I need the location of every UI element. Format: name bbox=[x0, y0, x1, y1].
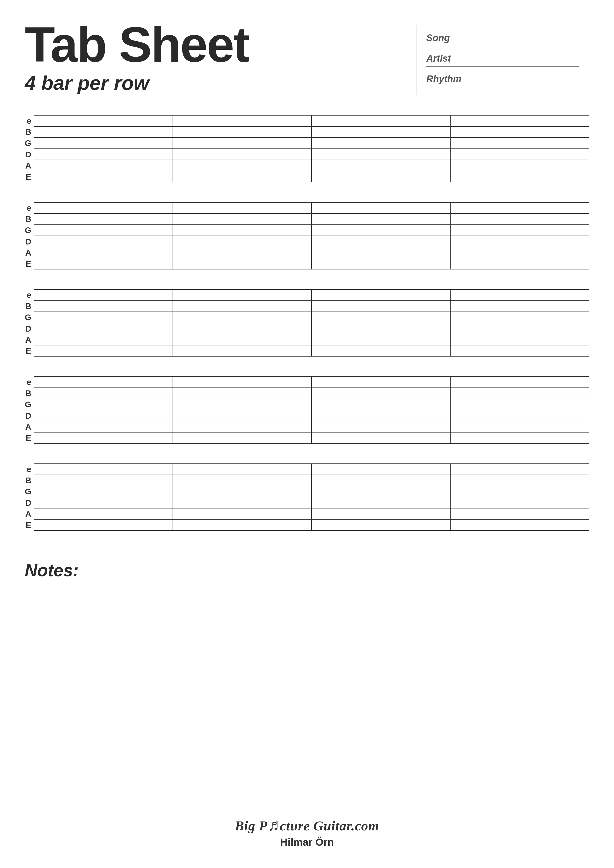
cell-bar1-stringB-row5 bbox=[34, 475, 173, 486]
staff-grid-3 bbox=[34, 289, 589, 356]
cell-bar4-stringe-row1 bbox=[451, 116, 589, 126]
cell-bar1-stringG-row1 bbox=[34, 138, 173, 149]
staff-string-D-row3 bbox=[34, 323, 589, 334]
string-label-E-row2: E bbox=[25, 258, 31, 270]
string-label-A-row3: A bbox=[25, 334, 31, 345]
cell-bar4-stringB-row4 bbox=[451, 388, 589, 398]
string-label-e-row2: e bbox=[25, 202, 31, 213]
tab-staff-5: eBGDAE bbox=[25, 463, 589, 531]
staff-grid-4 bbox=[34, 377, 589, 444]
cell-bar4-stringe-row4 bbox=[451, 377, 589, 388]
artist-field: Artist bbox=[426, 53, 579, 67]
string-label-e-row5: e bbox=[25, 463, 31, 474]
staff-string-E-row5 bbox=[34, 519, 589, 531]
staff-string-E-row3 bbox=[34, 346, 589, 356]
staff-rows-5: eBGDAE bbox=[25, 463, 589, 531]
string-label-D-row5: D bbox=[25, 497, 31, 508]
cell-bar3-stringe-row1 bbox=[312, 116, 450, 126]
cell-bar2-stringB-row4 bbox=[173, 388, 312, 398]
staff-string-e-row5 bbox=[34, 464, 589, 475]
string-label-B-row3: B bbox=[25, 301, 31, 312]
cell-bar4-stringE-row5 bbox=[451, 519, 589, 530]
string-labels-5: eBGDAE bbox=[25, 463, 34, 531]
staff-string-e-row2 bbox=[34, 203, 589, 214]
cell-bar4-stringD-row4 bbox=[451, 410, 589, 421]
cell-bar1-stringA-row4 bbox=[34, 422, 173, 432]
cell-bar2-stringB-row5 bbox=[173, 475, 312, 486]
cell-bar3-stringE-row1 bbox=[312, 171, 450, 182]
cell-bar2-stringG-row2 bbox=[173, 225, 312, 236]
string-label-A-row5: A bbox=[25, 508, 31, 519]
cell-bar3-stringD-row4 bbox=[312, 410, 450, 421]
cell-bar1-stringD-row2 bbox=[34, 236, 173, 247]
cell-bar3-stringB-row5 bbox=[312, 475, 450, 486]
cell-bar1-stringE-row1 bbox=[34, 171, 173, 182]
staff-string-G-row2 bbox=[34, 225, 589, 236]
cell-bar2-stringA-row2 bbox=[173, 247, 312, 258]
staff-string-D-row2 bbox=[34, 236, 589, 247]
string-labels-2: eBGDAE bbox=[25, 202, 34, 270]
cell-bar3-stringB-row2 bbox=[312, 214, 450, 225]
cell-bar2-stringG-row3 bbox=[173, 312, 312, 322]
cell-bar2-stringe-row4 bbox=[173, 377, 312, 388]
cell-bar3-stringB-row1 bbox=[312, 127, 450, 137]
footer-author: Hilmar Örn bbox=[280, 836, 334, 848]
cell-bar3-stringD-row5 bbox=[312, 498, 450, 508]
staff-rows-4: eBGDAE bbox=[25, 377, 589, 444]
cell-bar1-stringA-row2 bbox=[34, 247, 173, 258]
tab-section: eBGDAEeBGDAEeBGDAEeBGDAEeBGDAE bbox=[25, 115, 589, 531]
string-label-E-row4: E bbox=[25, 432, 31, 444]
cell-bar1-stringG-row2 bbox=[34, 225, 173, 236]
string-labels-4: eBGDAE bbox=[25, 377, 34, 444]
string-label-e-row3: e bbox=[25, 289, 31, 301]
staff-string-e-row3 bbox=[34, 290, 589, 301]
cell-bar3-stringB-row4 bbox=[312, 388, 450, 398]
staff-string-A-row1 bbox=[34, 160, 589, 171]
cell-bar2-stringG-row1 bbox=[173, 138, 312, 149]
staff-string-G-row1 bbox=[34, 138, 589, 149]
cell-bar3-stringD-row2 bbox=[312, 236, 450, 247]
music-note-icon: ♬ bbox=[267, 816, 280, 834]
staff-rows-2: eBGDAE bbox=[25, 202, 589, 270]
staff-string-A-row3 bbox=[34, 334, 589, 346]
string-label-B-row4: B bbox=[25, 388, 31, 398]
cell-bar4-stringe-row2 bbox=[451, 203, 589, 213]
brand-guitar-g: G bbox=[314, 818, 323, 833]
title-block: Tab Sheet 4 bar per row bbox=[25, 20, 249, 95]
cell-bar3-stringA-row2 bbox=[312, 247, 450, 258]
tab-staff-2: eBGDAE bbox=[25, 202, 589, 270]
cell-bar4-stringe-row3 bbox=[451, 290, 589, 301]
cell-bar4-stringA-row2 bbox=[451, 247, 589, 258]
string-label-E-row3: E bbox=[25, 346, 31, 356]
notes-section: Notes: bbox=[25, 560, 589, 580]
staff-string-G-row4 bbox=[34, 399, 589, 410]
cell-bar1-stringA-row3 bbox=[34, 334, 173, 345]
staff-string-A-row4 bbox=[34, 422, 589, 432]
string-label-B-row2: B bbox=[25, 213, 31, 225]
cell-bar4-stringA-row3 bbox=[451, 334, 589, 345]
staff-string-E-row1 bbox=[34, 171, 589, 182]
cell-bar2-stringB-row2 bbox=[173, 214, 312, 225]
cell-bar2-stringA-row5 bbox=[173, 508, 312, 519]
subtitle: 4 bar per row bbox=[25, 72, 249, 95]
string-label-A-row2: A bbox=[25, 247, 31, 258]
cell-bar4-stringE-row3 bbox=[451, 346, 589, 356]
cell-bar1-stringG-row4 bbox=[34, 399, 173, 410]
cell-bar4-stringG-row2 bbox=[451, 225, 589, 236]
cell-bar1-stringE-row4 bbox=[34, 432, 173, 443]
staff-grid-1 bbox=[34, 115, 589, 182]
cell-bar4-stringG-row5 bbox=[451, 486, 589, 497]
cell-bar2-stringE-row3 bbox=[173, 346, 312, 356]
cell-bar3-stringE-row4 bbox=[312, 432, 450, 443]
staff-string-A-row5 bbox=[34, 508, 589, 519]
cell-bar2-stringE-row2 bbox=[173, 258, 312, 269]
cell-bar4-stringG-row1 bbox=[451, 138, 589, 149]
cell-bar2-stringG-row4 bbox=[173, 399, 312, 410]
cell-bar1-stringD-row5 bbox=[34, 498, 173, 508]
cell-bar4-stringB-row5 bbox=[451, 475, 589, 486]
cell-bar3-stringe-row3 bbox=[312, 290, 450, 301]
cell-bar4-stringA-row1 bbox=[451, 160, 589, 171]
cell-bar3-stringG-row3 bbox=[312, 312, 450, 322]
tab-staff-3: eBGDAE bbox=[25, 289, 589, 356]
staff-string-B-row5 bbox=[34, 475, 589, 486]
